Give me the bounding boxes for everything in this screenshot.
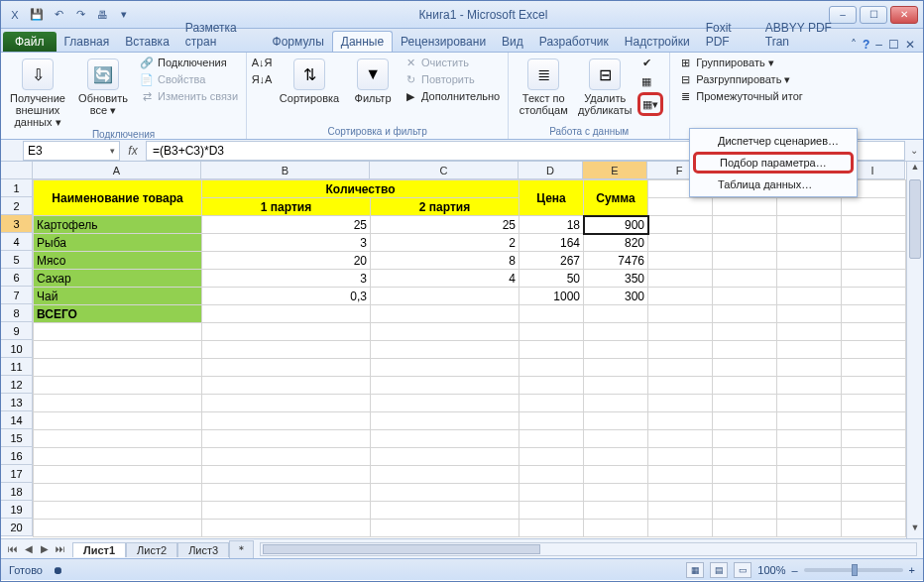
cell-F7[interactable] xyxy=(648,288,713,305)
cell-B5[interactable]: 20 xyxy=(202,252,371,270)
row-10[interactable]: 10 xyxy=(1,340,33,358)
tab-file[interactable]: Файл xyxy=(3,32,57,52)
scroll-thumb[interactable] xyxy=(909,179,921,259)
cell-H2[interactable] xyxy=(777,198,842,216)
subtotal-button[interactable]: ≣Промежуточный итог xyxy=(676,88,805,104)
consolidate-button[interactable]: ▦ xyxy=(637,73,663,89)
cells-table[interactable]: Наименование товара Количество Цена Сумм… xyxy=(33,179,906,537)
row-1[interactable]: 1 xyxy=(1,179,33,197)
row-14[interactable]: 14 xyxy=(1,411,33,429)
text-to-columns-button[interactable]: ≣ Текст по столбцам xyxy=(515,55,572,116)
cell-E7[interactable]: 300 xyxy=(584,288,648,305)
macro-record-icon[interactable]: ⏺ xyxy=(53,564,63,576)
cell-I7[interactable] xyxy=(842,288,906,305)
cell-A13[interactable] xyxy=(34,395,202,412)
cell-A17[interactable] xyxy=(34,466,202,484)
cell-F6[interactable] xyxy=(648,270,713,288)
redo-icon[interactable]: ↷ xyxy=(70,5,90,25)
cell-C7[interactable] xyxy=(371,288,520,305)
new-sheet-button[interactable]: ＊ xyxy=(229,540,254,558)
cell-E5[interactable]: 7476 xyxy=(584,252,648,270)
cell-E4[interactable]: 820 xyxy=(584,234,648,252)
cell-C6[interactable]: 4 xyxy=(371,270,520,288)
cell-A15[interactable] xyxy=(34,430,202,448)
cell-I4[interactable] xyxy=(842,234,906,252)
row-16[interactable]: 16 xyxy=(1,447,33,465)
scenario-manager-item[interactable]: Диспетчер сценариев… xyxy=(690,131,857,151)
cell-C4[interactable]: 2 xyxy=(371,234,520,252)
tab-review[interactable]: Рецензировани xyxy=(393,32,494,52)
goal-seek-item[interactable]: Подбор параметра… xyxy=(693,152,854,174)
filter-button[interactable]: ▼ Фильтр xyxy=(348,55,398,104)
row-6[interactable]: 6 xyxy=(1,269,33,287)
sheet-nav-next-icon[interactable]: ▶ xyxy=(37,543,53,554)
cell-A16[interactable] xyxy=(34,448,202,466)
row-17[interactable]: 17 xyxy=(1,465,33,483)
cell-A8[interactable]: ВСЕГО xyxy=(34,305,202,323)
row-9[interactable]: 9 xyxy=(1,322,33,340)
row-18[interactable]: 18 xyxy=(1,483,33,501)
vertical-scrollbar[interactable]: ▲ ▼ xyxy=(906,162,923,538)
row-7[interactable]: 7 xyxy=(1,287,33,304)
row-4[interactable]: 4 xyxy=(1,233,33,251)
cell-A18[interactable] xyxy=(34,484,202,502)
cell-B4[interactable]: 3 xyxy=(202,234,371,252)
cell-F3[interactable] xyxy=(648,216,713,234)
refresh-all-button[interactable]: 🔄 Обновить все ▾ xyxy=(72,55,134,116)
remove-duplicates-button[interactable]: ⊟ Удалить дубликаты xyxy=(576,55,634,116)
tab-developer[interactable]: Разработчик xyxy=(531,32,617,52)
row-11[interactable]: 11 xyxy=(1,358,33,376)
tab-home[interactable]: Главная xyxy=(57,32,118,52)
zoom-in-button[interactable]: + xyxy=(909,564,915,576)
cell-A11[interactable] xyxy=(34,359,202,377)
row-20[interactable]: 20 xyxy=(1,519,33,536)
maximize-button[interactable]: ☐ xyxy=(860,6,887,24)
select-all-corner[interactable] xyxy=(1,162,33,179)
cell-H6[interactable] xyxy=(777,270,842,288)
excel-icon[interactable]: X xyxy=(5,5,25,25)
minimize-ribbon-icon[interactable]: ˄ xyxy=(851,38,857,52)
connections-button[interactable]: 🔗Подключения xyxy=(138,55,240,70)
col-B[interactable]: B xyxy=(201,162,370,179)
workbook-close-icon[interactable]: ✕ xyxy=(905,38,915,52)
tab-page-layout[interactable]: Разметка стран xyxy=(177,18,265,52)
data-table-item[interactable]: Таблица данных… xyxy=(690,175,857,194)
sheet-tab-2[interactable]: Лист2 xyxy=(126,542,177,557)
row-8[interactable]: 8 xyxy=(1,304,33,322)
cell-D7[interactable]: 1000 xyxy=(520,288,584,305)
row-5[interactable]: 5 xyxy=(1,251,33,269)
close-button[interactable]: ✕ xyxy=(890,6,918,24)
cell-A20[interactable] xyxy=(34,520,202,537)
cell-D4[interactable]: 164 xyxy=(520,234,584,252)
cell-F8[interactable] xyxy=(648,305,713,323)
get-external-data-button[interactable]: ⇩ Получение внешних данных ▾ xyxy=(7,55,68,128)
cell-A4[interactable]: Рыба xyxy=(34,234,202,252)
cell-B1[interactable]: Количество xyxy=(202,180,520,198)
cell-D8[interactable] xyxy=(520,305,584,323)
cell-G7[interactable] xyxy=(713,288,777,305)
cell-H4[interactable] xyxy=(777,234,842,252)
workbook-restore-icon[interactable]: ☐ xyxy=(888,38,899,52)
tab-abbyy[interactable]: ABBYY PDF Tran xyxy=(757,18,851,52)
tab-foxit[interactable]: Foxit PDF xyxy=(698,18,757,52)
cell-F5[interactable] xyxy=(648,252,713,270)
workbook-minimize-icon[interactable]: – xyxy=(875,38,882,52)
cell-G6[interactable] xyxy=(713,270,777,288)
cell-A14[interactable] xyxy=(34,412,202,430)
sheet-nav-prev-icon[interactable]: ◀ xyxy=(21,543,37,554)
col-D[interactable]: D xyxy=(519,162,583,179)
cell-I2[interactable] xyxy=(842,198,906,216)
row-12[interactable]: 12 xyxy=(1,376,33,394)
formula-expand-icon[interactable]: ⌄ xyxy=(905,145,923,156)
view-page-break-icon[interactable]: ▭ xyxy=(734,562,751,578)
cell-C8[interactable] xyxy=(371,305,520,323)
zoom-slider[interactable] xyxy=(804,568,903,572)
cell-B2[interactable]: 1 партия xyxy=(202,198,371,216)
cell-D6[interactable]: 50 xyxy=(520,270,584,288)
help-icon[interactable]: ? xyxy=(863,38,869,52)
horizontal-scrollbar[interactable] xyxy=(260,542,917,556)
cell-I5[interactable] xyxy=(842,252,906,270)
col-A[interactable]: A xyxy=(33,162,201,179)
name-box[interactable]: E3 ▾ xyxy=(23,141,120,161)
view-normal-icon[interactable]: ▦ xyxy=(686,562,704,578)
